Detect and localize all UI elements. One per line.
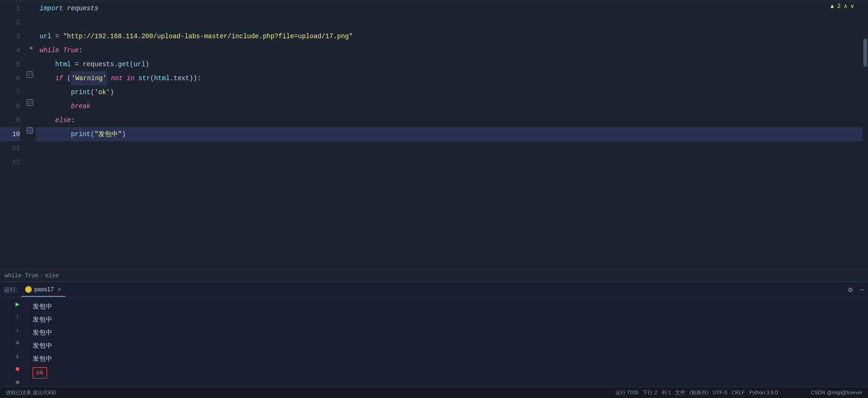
token: html (154, 71, 170, 85)
line-num: 3 (0, 29, 20, 43)
code-line-11 (36, 141, 868, 155)
token: text (174, 71, 190, 85)
scrollbar-thumb[interactable] (863, 39, 867, 67)
line-numbers: 1 2 3 4 5 6 7 8 9 10 11 12 (0, 1, 26, 269)
gutter: ◀ ⬡ ⬡ ⬡ (26, 1, 36, 269)
breadcrumb-separator: › (40, 273, 43, 279)
token: html (40, 57, 71, 71)
code-line-5: html = requests.get(url) (36, 57, 868, 71)
code-line-10: print("发包中") (36, 127, 868, 141)
token: break (40, 99, 90, 113)
line-num: 1 (0, 1, 20, 15)
output-line-0: 发包中 (33, 300, 862, 313)
breadcrumb-item-1: while True (5, 273, 38, 279)
token: requests (82, 57, 114, 71)
token: ( (90, 127, 94, 141)
fold-icon-line4[interactable]: ◀ (27, 43, 35, 52)
line-num: 8 (0, 99, 20, 113)
token: import (40, 1, 63, 15)
token: ( (90, 85, 94, 99)
run-button[interactable]: ▶ (13, 299, 22, 309)
token (135, 71, 138, 85)
close-tab-button[interactable]: × (58, 286, 62, 293)
scroll-up-button[interactable]: ↑ (13, 312, 22, 322)
token: . (114, 57, 118, 71)
token: url (134, 57, 145, 71)
pin-button[interactable]: ⊕ (13, 377, 22, 387)
editor-area: ▲ 2 ∧ ∨ 1 2 3 4 5 6 7 8 9 10 11 12 ◀ ⬡ ⬡ (0, 0, 868, 281)
code-line-8: break (36, 99, 868, 113)
code-line-2 (36, 15, 868, 29)
line-num: 6 (0, 71, 20, 85)
breadcrumb-item-2: else (45, 273, 59, 279)
token: True (59, 43, 79, 57)
python-icon: 🐍 (25, 286, 32, 293)
panel-settings-button[interactable]: ⚙ − (848, 285, 864, 295)
output-line-3: 发包中 (33, 339, 862, 352)
token: else (40, 113, 71, 127)
token: 'ok' (95, 85, 110, 99)
scroll-down-button[interactable]: ↓ (13, 325, 22, 335)
line-num: 4 (0, 43, 20, 57)
token: str (138, 71, 150, 85)
token: requests (63, 1, 98, 15)
output-line-1: 发包中 (33, 313, 862, 326)
token: url (40, 29, 51, 43)
token: ) (145, 57, 149, 71)
panel-tab-name: pass17 (34, 286, 54, 293)
line-num: 10 (0, 127, 20, 141)
fold-icon-line6[interactable]: ⬡ (27, 71, 33, 78)
code-line-6: if ('Warning' not in str(html.text)): (36, 71, 868, 85)
stop-button[interactable]: ■ (13, 364, 22, 374)
code-line-9: else: (36, 113, 868, 127)
token: ) (122, 127, 125, 141)
output-line-4: 发包中 (33, 352, 862, 365)
token: = (51, 29, 63, 43)
panel-minus-button[interactable]: − (860, 286, 864, 295)
panel-tab[interactable]: 🐍 pass17 × (21, 282, 65, 297)
line-num: 11 (0, 141, 20, 155)
csdn-attribution: CSDN @migi@forever (811, 390, 862, 395)
line-num: 12 (0, 155, 20, 169)
token: print (40, 85, 90, 99)
breakpoint-icon-line8[interactable]: ⬡ (27, 99, 33, 106)
panel-run-label: 运行: (4, 286, 18, 294)
token: not (107, 71, 123, 85)
line-num: 2 (0, 15, 20, 29)
token: : (79, 43, 82, 57)
panel-sidebar: 书签 (0, 297, 8, 387)
token: ( (130, 57, 133, 71)
scroll-to-button[interactable]: ⇕ (13, 351, 22, 361)
code-line-3: url = "http://192.168.114.200/upload-lab… (36, 29, 868, 43)
code-editor: 1 2 3 4 5 6 7 8 9 10 11 12 ◀ ⬡ ⬡ ⬡ (0, 1, 868, 269)
line-num: 7 (0, 85, 20, 99)
token: . (170, 71, 173, 85)
token: in (123, 71, 134, 85)
token: "发包中" (95, 127, 122, 141)
token: : (71, 113, 75, 127)
panel-controls: ▶ ↑ ↓ ≡ ⇕ ■ ⊕ (8, 297, 27, 387)
fold-icon-line10[interactable]: ⬡ (27, 127, 33, 134)
line-num: 9 (0, 113, 20, 127)
code-content[interactable]: import requests url = "http://192.168.11… (36, 1, 868, 269)
token: ( (150, 71, 154, 85)
output-area[interactable]: 发包中 发包中 发包中 发包中 发包中 ok (27, 297, 868, 387)
code-line-1: import requests (36, 1, 868, 15)
token: )): (189, 71, 201, 85)
code-line-7: print('ok') (36, 85, 868, 99)
right-scrollbar[interactable] (862, 1, 868, 269)
panel-content: 书签 ▶ ↑ ↓ ≡ ⇕ ■ ⊕ 发包中 发包中 发包中 发包中 发包中 ok (0, 297, 868, 387)
token: = (71, 57, 82, 71)
output-line-2: 发包中 (33, 326, 862, 339)
token: get (118, 57, 130, 71)
code-line-4: while True: (36, 43, 868, 57)
token: ( (63, 71, 71, 85)
token: while (40, 43, 59, 57)
output-ok: ok (33, 367, 47, 378)
align-button[interactable]: ≡ (13, 338, 22, 348)
token-warning: 'Warning' (71, 71, 107, 85)
breadcrumb: while True › else (0, 269, 868, 281)
token: if (40, 71, 63, 85)
bottom-panel: 运行: 🐍 pass17 × ⚙ − 书签 ▶ ↑ ↓ ≡ ⇕ ■ ⊕ 发包 (0, 281, 868, 398)
status-right: 运行 7030 下行 2 列 1 文件 (制表符) UTF-8 CRLF Pyt… (615, 389, 862, 396)
